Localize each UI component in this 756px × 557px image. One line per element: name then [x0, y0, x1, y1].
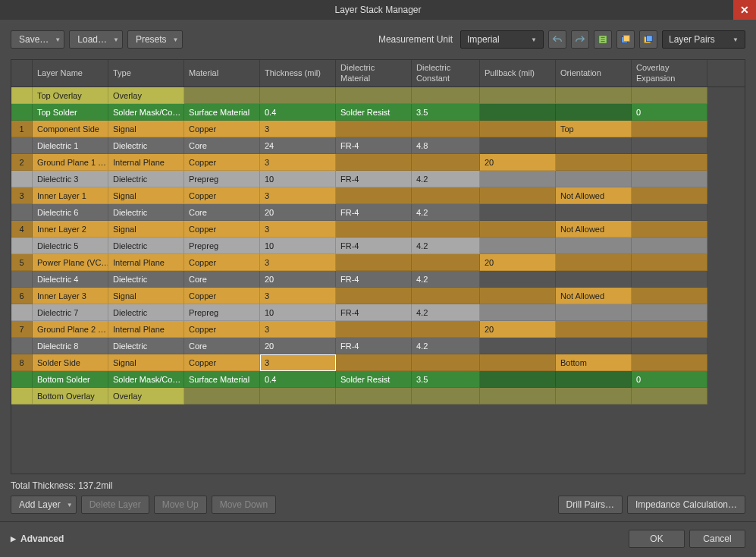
cell-mat[interactable]: Copper — [184, 288, 260, 304]
cell-type[interactable]: Dielectric — [108, 271, 184, 288]
cell-dmat[interactable] — [336, 187, 412, 204]
cell-type[interactable]: Solder Mask/Co… — [108, 371, 184, 388]
cell-dcon[interactable]: 4.2 — [412, 304, 480, 321]
table-row[interactable]: Dielectric 6DielectricCore20FR-44.2 — [11, 204, 745, 221]
cell-type[interactable]: Overlay — [108, 87, 184, 104]
cell-type[interactable]: Signal — [108, 288, 184, 304]
cell-type[interactable]: Dielectric — [108, 137, 184, 154]
cell-name[interactable]: Ground Plane 1 … — [33, 154, 108, 171]
cell-ori[interactable]: Not Allowed — [556, 288, 632, 304]
cell-name[interactable]: Bottom Solder — [33, 371, 108, 388]
cell-pull[interactable]: 20 — [480, 254, 556, 271]
table-row[interactable]: 4Inner Layer 2SignalCopper3Not Allowed — [11, 221, 745, 238]
cell-type[interactable]: Dielectric — [108, 338, 184, 354]
cell-thk[interactable]: 0.4 — [260, 104, 336, 121]
cell-idx[interactable] — [11, 271, 33, 288]
table-row[interactable]: Dielectric 8DielectricCore20FR-44.2 — [11, 338, 745, 354]
cell-cov[interactable] — [632, 338, 707, 354]
cell-thk[interactable]: 10 — [260, 171, 336, 187]
cell-idx[interactable]: 2 — [11, 154, 33, 171]
table-row[interactable]: 5Power Plane (VC…Internal PlaneCopper320 — [11, 254, 745, 271]
cell-cov[interactable] — [632, 254, 707, 271]
cell-pull[interactable] — [480, 171, 556, 187]
cell-type[interactable]: Internal Plane — [108, 254, 184, 271]
add-layer-button[interactable]: Add Layer▼ — [11, 496, 77, 514]
cell-dcon[interactable]: 4.2 — [412, 204, 480, 221]
delete-layer-button[interactable]: Delete Layer — [81, 496, 149, 514]
col-dielectric-constant[interactable]: Dielectric Constant — [412, 60, 480, 87]
cell-ori[interactable]: Not Allowed — [556, 221, 632, 238]
cell-dcon[interactable]: 4.2 — [412, 171, 480, 187]
cell-cov[interactable] — [632, 304, 707, 321]
cell-mat[interactable]: Copper — [184, 121, 260, 137]
cell-mat[interactable]: Prepreg — [184, 304, 260, 321]
cell-mat[interactable] — [184, 87, 260, 104]
col-coverlay[interactable]: Coverlay Expansion — [632, 60, 707, 87]
cell-name[interactable]: Solder Side — [33, 354, 108, 371]
cell-thk[interactable]: 10 — [260, 238, 336, 254]
cell-thk[interactable]: 3 — [260, 254, 336, 271]
tool-button-1[interactable] — [594, 30, 612, 49]
col-orientation[interactable]: Orientation — [556, 60, 632, 87]
undo-button[interactable] — [548, 30, 566, 49]
cell-mat[interactable]: Copper — [184, 321, 260, 338]
cell-idx[interactable] — [11, 104, 33, 121]
cell-ori[interactable] — [556, 254, 632, 271]
cell-dmat[interactable]: FR-4 — [336, 238, 412, 254]
cell-thk[interactable]: 3 — [260, 154, 336, 171]
cell-pull[interactable] — [480, 238, 556, 254]
cell-dcon[interactable]: 3.5 — [412, 104, 480, 121]
cell-type[interactable]: Internal Plane — [108, 154, 184, 171]
cell-cov[interactable] — [632, 388, 707, 404]
cell-dcon[interactable] — [412, 121, 480, 137]
table-row[interactable]: Dielectric 5DielectricPrepreg10FR-44.2 — [11, 238, 745, 254]
cell-thk[interactable]: 20 — [260, 271, 336, 288]
cell-cov[interactable] — [632, 221, 707, 238]
layer-pairs-select[interactable]: Layer Pairs ▼ — [662, 30, 745, 49]
cell-ori[interactable] — [556, 371, 632, 388]
cell-pull[interactable] — [480, 87, 556, 104]
cell-idx[interactable]: 3 — [11, 187, 33, 204]
cell-name[interactable]: Dielectric 5 — [33, 238, 108, 254]
table-row[interactable]: Bottom OverlayOverlay — [11, 388, 745, 404]
cell-ori[interactable] — [556, 171, 632, 187]
cell-type[interactable]: Signal — [108, 121, 184, 137]
cell-idx[interactable] — [11, 171, 33, 187]
cell-dmat[interactable] — [336, 254, 412, 271]
cell-pull[interactable]: 20 — [480, 154, 556, 171]
cell-dmat[interactable] — [336, 87, 412, 104]
cell-name[interactable]: Dielectric 8 — [33, 338, 108, 354]
presets-button[interactable]: Presets▼ — [127, 30, 183, 49]
table-row[interactable]: 1Component SideSignalCopper3Top — [11, 121, 745, 137]
tool-button-3[interactable] — [639, 30, 657, 49]
cell-mat[interactable]: Prepreg — [184, 238, 260, 254]
cell-ori[interactable] — [556, 204, 632, 221]
col-index[interactable] — [11, 60, 33, 87]
ok-button[interactable]: OK — [629, 530, 685, 548]
col-pullback[interactable]: Pullback (mil) — [480, 60, 556, 87]
cell-idx[interactable] — [11, 87, 33, 104]
cell-ori[interactable] — [556, 271, 632, 288]
move-down-button[interactable]: Move Down — [212, 496, 276, 514]
col-thickness[interactable]: Thickness (mil) — [260, 60, 336, 87]
table-row[interactable]: 3Inner Layer 1SignalCopper3Not Allowed — [11, 187, 745, 204]
cell-dmat[interactable] — [336, 321, 412, 338]
cell-name[interactable]: Power Plane (VC… — [33, 254, 108, 271]
cell-idx[interactable]: 5 — [11, 254, 33, 271]
table-row[interactable]: 8Solder SideSignalCopper3Bottom — [11, 354, 745, 371]
cell-ori[interactable]: Top — [556, 121, 632, 137]
cell-type[interactable]: Signal — [108, 221, 184, 238]
cell-pull[interactable] — [480, 304, 556, 321]
cell-name[interactable]: Bottom Overlay — [33, 388, 108, 404]
table-row[interactable]: Top OverlayOverlay — [11, 87, 745, 104]
cell-pull[interactable] — [480, 271, 556, 288]
cell-idx[interactable] — [11, 304, 33, 321]
cell-cov[interactable]: 0 — [632, 371, 707, 388]
cell-name[interactable]: Dielectric 7 — [33, 304, 108, 321]
cell-dmat[interactable]: FR-4 — [336, 304, 412, 321]
cell-mat[interactable]: Core — [184, 204, 260, 221]
cell-mat[interactable]: Core — [184, 137, 260, 154]
cell-ori[interactable] — [556, 321, 632, 338]
cell-dcon[interactable]: 4.8 — [412, 137, 480, 154]
cell-dcon[interactable] — [412, 154, 480, 171]
